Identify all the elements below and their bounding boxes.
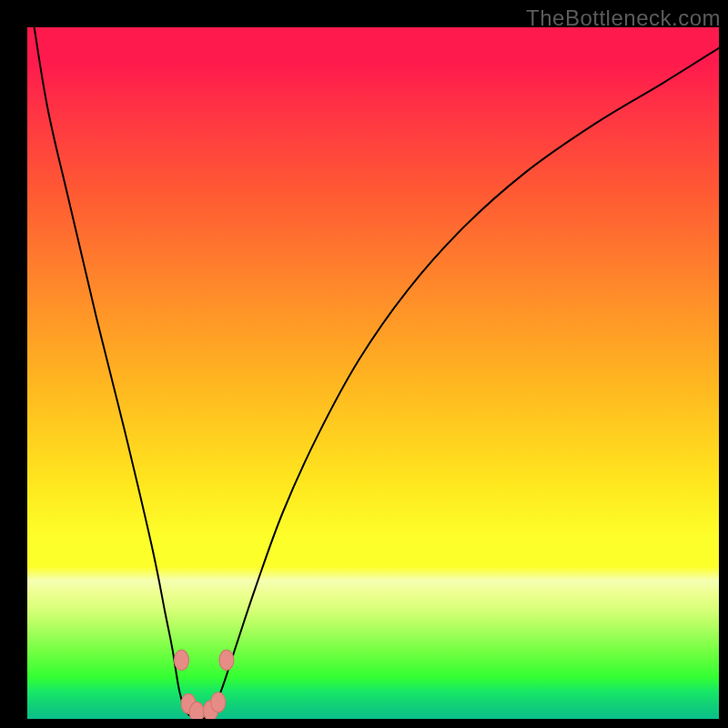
fit-dot-right-upper	[219, 650, 234, 670]
watermark-text: TheBottleneck.com	[526, 5, 721, 31]
chart-frame: TheBottleneck.com	[0, 0, 728, 728]
fit-dot-mid-left	[189, 702, 204, 719]
plot-area	[27, 27, 719, 719]
fit-dot-left-upper	[174, 650, 188, 670]
fit-dot-right-lower	[211, 693, 226, 713]
bottleneck-curve	[35, 27, 719, 719]
chart-svg	[27, 27, 719, 719]
